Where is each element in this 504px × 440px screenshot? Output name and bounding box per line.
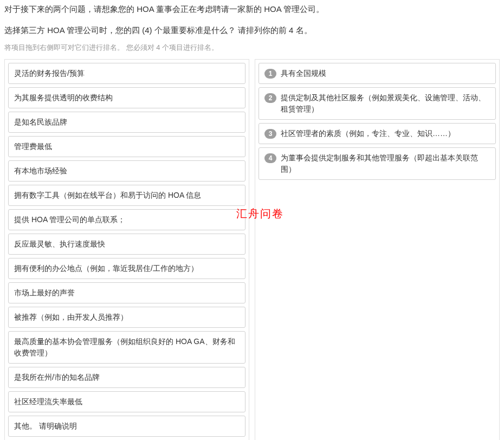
rank-badge: 3 [264, 129, 276, 139]
available-item[interactable]: 被推荐（例如，由开发人员推荐） [8, 307, 245, 328]
available-item[interactable]: 灵活的财务报告/预算 [8, 63, 245, 84]
available-item[interactable]: 为其服务提供透明的收费结构 [8, 87, 245, 108]
ranked-item-label: 具有全国规模 [281, 68, 490, 79]
available-item[interactable]: 提供 HOA 管理公司的单点联系； [8, 209, 245, 230]
available-item[interactable]: 是知名民族品牌 [8, 112, 245, 133]
available-item[interactable]: 最高质量的基本协会管理服务（例如组织良好的 HOA GA、财务和收费管理） [8, 331, 245, 364]
available-item[interactable]: 市场上最好的声誉 [8, 282, 245, 303]
available-item[interactable]: 其他。 请明确说明 [8, 416, 245, 437]
available-item[interactable]: 拥有数字工具（例如在线平台）和易于访问的 HOA 信息 [8, 185, 245, 206]
ranked-items-column[interactable]: 1具有全国规模2提供定制及其他社区服务（例如景观美化、设施管理、活动、租赁管理）… [255, 59, 500, 440]
intro-text: 对于接下来的两个问题，请想象您的 HOA 董事会正在考虑聘请一家新的 HOA 管… [4, 3, 500, 16]
ranked-item-label: 为董事会提供定制服务和其他管理服务（即超出基本关联范围） [281, 152, 490, 175]
ranked-item-label: 提供定制及其他社区服务（例如景观美化、设施管理、活动、租赁管理） [281, 92, 490, 115]
available-items-column[interactable]: 灵活的财务报告/预算为其服务提供透明的收费结构是知名民族品牌管理费最低有本地市场… [4, 59, 249, 440]
available-item[interactable]: 拥有便利的办公地点（例如，靠近我居住/工作的地方） [8, 258, 245, 279]
available-item[interactable]: 是我所在州/市的知名品牌 [8, 367, 245, 388]
available-item[interactable]: 反应最灵敏、执行速度最快 [8, 234, 245, 255]
ranked-item[interactable]: 2提供定制及其他社区服务（例如景观美化、设施管理、活动、租赁管理） [259, 87, 496, 120]
available-item[interactable]: 有本地市场经验 [8, 160, 245, 182]
ranked-item[interactable]: 1具有全国规模 [259, 63, 496, 84]
rank-badge: 4 [264, 153, 276, 163]
ranked-item-label: 社区管理者的素质（例如，专注、专业、知识……） [281, 128, 490, 139]
ranked-item[interactable]: 4为董事会提供定制服务和其他管理服务（即超出基本关联范围） [259, 147, 496, 180]
available-item[interactable]: 社区经理流失率最低 [8, 391, 245, 412]
question-text: 选择第三方 HOA 管理公司时，您的四 (4) 个最重要标准是什么？ 请排列你的… [4, 24, 500, 37]
available-item[interactable]: 管理费最低 [8, 136, 245, 157]
ranked-item[interactable]: 3社区管理者的素质（例如，专注、专业、知识……） [259, 123, 496, 144]
rank-badge: 1 [264, 69, 276, 79]
ranking-columns: 灵活的财务报告/预算为其服务提供透明的收费结构是知名民族品牌管理费最低有本地市场… [4, 59, 500, 440]
hint-text: 将项目拖到右侧即可对它们进行排名。 您必须对 4 个项目进行排名。 [4, 43, 500, 53]
rank-badge: 2 [264, 93, 276, 103]
